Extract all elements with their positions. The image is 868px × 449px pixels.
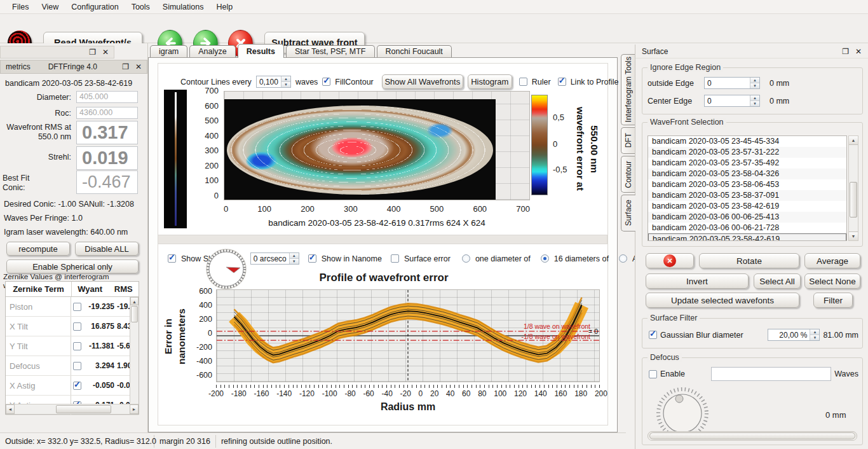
wavefront-list[interactable]: bandicam 2020-03-05 23-45-45-334bandicam… (648, 135, 847, 241)
col-zernike-term[interactable]: Zernike Term (6, 282, 72, 296)
wavefront-list-item[interactable]: bandicam 2020-03-05 23-57-31-222 (648, 147, 846, 158)
scroll-thumb[interactable] (850, 182, 857, 218)
histogram-button[interactable]: Histogram (468, 74, 512, 89)
tab-ronchi-foucault[interactable]: Ronchi Foucault (377, 45, 452, 58)
blur-percent-spinner[interactable]: 20,00 % ▲▼ (768, 329, 820, 341)
float-dock-icon[interactable]: ❐ (122, 62, 129, 71)
float-dock-icon[interactable]: ❐ (842, 47, 849, 56)
wavefront-list-item[interactable]: bandicam 2020-03-05 23-58-04-326 (648, 169, 846, 179)
defocus-slider[interactable] (648, 431, 857, 441)
list-vertical-scrollbar[interactable]: ▲ ▼ (848, 135, 858, 241)
float-dock-icon[interactable]: ❐ (89, 48, 96, 57)
invert-button[interactable]: Invert (646, 273, 749, 289)
spin-up-icon[interactable]: ▲ (290, 253, 299, 259)
menu-simulations[interactable]: Simulations (157, 1, 210, 13)
spin-up-icon[interactable]: ▲ (810, 329, 819, 335)
outside-edge-spinner[interactable]: 0 ▲▼ (704, 77, 760, 89)
menu-configuration[interactable]: Configuration (65, 1, 124, 13)
table-row[interactable]: Defocus 3.2941.902 (6, 356, 139, 376)
table-horizontal-scrollbar[interactable]: ◄ ► (6, 404, 139, 414)
fillcontour-checkbox[interactable] (322, 78, 330, 86)
select-all-button[interactable]: Select All (754, 273, 801, 289)
spin-up-icon[interactable]: ▲ (750, 95, 759, 101)
sidetab-dft[interactable]: DFT (621, 127, 635, 154)
scroll-left-icon[interactable]: ◄ (6, 404, 15, 414)
sidetab-interferogram-tools[interactable]: Interferogram Tools (621, 54, 635, 125)
defocus-waves-input[interactable] (711, 367, 831, 381)
col-rms[interactable]: RMS (114, 284, 133, 294)
disable-all-button[interactable]: Disable ALL (75, 242, 139, 256)
spin-down-icon[interactable]: ▼ (750, 83, 759, 88)
one-diameter-radio[interactable] (462, 254, 470, 263)
profile-angle-dial[interactable] (206, 249, 247, 289)
surface-error-checkbox[interactable] (391, 254, 399, 263)
sidetab-surface[interactable]: Surface (621, 195, 635, 231)
center-edge-spinner[interactable]: 0 ▲▼ (704, 95, 760, 107)
close-dock-icon[interactable]: ✕ (855, 47, 862, 56)
col-wyant[interactable]: Wyant (78, 284, 102, 294)
spin-up-icon[interactable]: ▲ (750, 78, 759, 83)
wavefront-list-item[interactable]: bandicam 2020-03-06 00-06-21-728 (648, 223, 846, 233)
rotate-button[interactable]: Rotate (699, 253, 799, 268)
profile-plot[interactable]: 1/8 wave on wavefront -1/8 wave on wavef… (216, 289, 600, 382)
table-row[interactable]: Y Tilt -11.381-5.6 (6, 336, 139, 356)
zernike-enable-checkbox[interactable] (73, 322, 81, 331)
diameter-value[interactable]: 405.000 (76, 91, 138, 103)
average-button[interactable]: Average (804, 253, 860, 268)
show-in-nanometers-checkbox[interactable] (308, 254, 316, 263)
close-dock-icon[interactable]: ✕ (135, 62, 142, 71)
defocus-enable-checkbox[interactable] (649, 370, 657, 378)
table-row[interactable]: X Tilt 16.8758.43 (6, 317, 139, 336)
slider-handle[interactable] (649, 432, 855, 439)
ruler-checkbox[interactable] (519, 78, 527, 86)
wavefront-list-item[interactable]: bandicam 2020-03-05 23-58-37-091 (648, 190, 846, 201)
menu-files[interactable]: Files (6, 1, 34, 13)
arcsecond-spinner[interactable]: 0 arcseco ▲▼ (250, 252, 299, 265)
wavefront-list-item[interactable]: bandicam 2020-03-06 00-06-25-413 (648, 212, 846, 223)
scroll-up-icon[interactable]: ▲ (130, 297, 139, 305)
menu-view[interactable]: View (36, 1, 64, 13)
spin-down-icon[interactable]: ▼ (281, 82, 290, 87)
gaussian-blur-checkbox[interactable] (649, 331, 657, 339)
table-vertical-scrollbar[interactable]: ▲ (130, 297, 139, 404)
contour-plot[interactable] (224, 91, 530, 200)
tab-results[interactable]: Results (238, 44, 284, 58)
wavefront-list-item[interactable]: bandicam 2020-03-05 23-45-45-334 (648, 136, 846, 147)
tab-igram[interactable]: igram (150, 45, 187, 58)
wavefront-thumbnail[interactable] (164, 90, 187, 228)
scroll-thumb[interactable] (131, 306, 138, 322)
scroll-down-icon[interactable]: ▼ (849, 231, 858, 240)
link-to-profile-checkbox[interactable] (558, 78, 566, 86)
scroll-thumb[interactable] (56, 405, 111, 413)
sixteen-diameters-radio[interactable] (541, 254, 549, 263)
scroll-up-icon[interactable]: ▲ (849, 136, 858, 145)
enable-spherical-button[interactable]: Enable Spherical only (6, 259, 139, 273)
scroll-right-icon[interactable]: ► (130, 404, 139, 414)
spin-down-icon[interactable]: ▼ (810, 335, 819, 340)
tab-startest-psf-mtf[interactable]: Star Test, PSF, MTF (286, 45, 375, 58)
wavefront-list-item[interactable]: bandicam 2020-03-05 23-57-35-492 (648, 158, 846, 169)
table-row[interactable]: X Astig -0.050-0.02 (6, 376, 139, 396)
show-slope-checkbox[interactable] (168, 254, 176, 263)
recompute-button[interactable]: recompute (6, 242, 70, 256)
tab-analyze[interactable]: Analyze (189, 45, 235, 58)
spin-up-icon[interactable]: ▲ (281, 76, 290, 82)
select-none-button[interactable]: Select None (804, 273, 860, 289)
update-selected-wavefronts-button[interactable]: Update selected wavefonts (646, 293, 799, 308)
delete-selected-button[interactable]: ✕ (646, 253, 694, 268)
zernike-enable-checkbox[interactable] (73, 362, 81, 370)
wavefront-list-item[interactable]: bandicam 2020-03-05 23-58-42-619 (648, 201, 846, 212)
close-dock-icon[interactable]: ✕ (102, 48, 109, 57)
filter-button[interactable]: Filter (813, 293, 853, 308)
roc-value[interactable]: 4360.000 (76, 107, 138, 119)
wavefront-list-item[interactable]: bandicam 2020-03-05 23-58-42-619 (648, 233, 846, 241)
all-wavefronts-radio[interactable] (619, 254, 627, 263)
contour-interval-spinner[interactable]: 0,100 ▲▼ (256, 76, 291, 88)
zernike-enable-checkbox[interactable] (73, 342, 81, 350)
table-row[interactable]: Piston -19.235-19. (6, 297, 139, 317)
sidetab-contour[interactable]: Contour (621, 156, 635, 193)
zernike-enable-checkbox[interactable] (73, 303, 81, 311)
wavefront-list-item[interactable]: bandicam 2020-03-05 23-58-06-453 (648, 179, 846, 190)
show-all-wavefronts-button[interactable]: Show All Wavefronts (382, 74, 463, 89)
spin-down-icon[interactable]: ▼ (290, 259, 299, 264)
